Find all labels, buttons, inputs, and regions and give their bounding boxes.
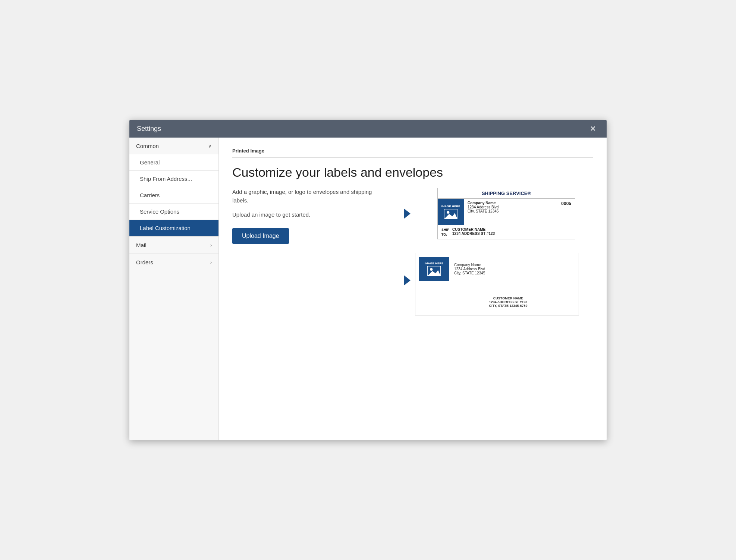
svg-marker-2 [444,213,457,219]
sidebar-group-orders-header[interactable]: Orders › [129,254,218,271]
label-address-line1: 1234 Address Blvd [468,205,498,209]
modal-header: Settings ✕ [129,120,607,138]
envelope-customer-name: CUSTOMER NAME [445,296,571,300]
chevron-right-icon-orders: › [210,259,212,265]
envelope-top: IMAGE HERE [415,253,579,285]
sidebar-item-carriers[interactable]: Carriers [129,187,218,204]
envelope-image-here-text: IMAGE HERE [425,262,444,265]
envelope-address-line1: 1234 Address Blvd [454,267,485,271]
label-city-state: City, STATE 12345 [468,209,498,213]
envelope-address: Company Name 1234 Address Blvd City, STA… [449,260,490,278]
sidebar-group-mail: Mail › [129,237,218,254]
ship-to-label: SHIP TO: [441,227,449,237]
label-image-placeholder: IMAGE HERE [441,205,460,219]
envelope-image-icon [427,266,441,276]
envelope-bottom: CUSTOMER NAME 1234 ADDRESS ST #123 CITY,… [415,285,579,315]
image-placeholder-icon [444,209,457,219]
sidebar-item-ship-from-address[interactable]: Ship From Address... [129,171,218,187]
upload-image-button[interactable]: Upload Image [232,228,289,244]
arrow-right-icon [404,208,411,219]
label-company-name: Company Name [468,201,498,205]
content-layout: Add a graphic, image, or logo to envelop… [232,188,593,337]
sidebar-group-mail-header[interactable]: Mail › [129,237,218,254]
sidebar-group-orders-label: Orders [136,259,153,265]
modal-body: Common ∨ General Ship From Address... Ca… [129,138,607,440]
image-here-label-text: IMAGE HERE [441,205,460,208]
envelope-company-name: Company Name [454,263,485,267]
content-left: Add a graphic, image, or logo to envelop… [232,188,389,244]
svg-marker-5 [427,270,441,276]
svg-point-1 [447,211,449,213]
label-service-name: SHIPPING SERVICE® [438,188,575,199]
envelope-card: IMAGE HERE [415,253,579,315]
ship-to-address: CUSTOMER NAME 1234 ADDRESS ST #123 [452,227,495,237]
section-label: Printed Image [232,148,593,158]
label-id: 0005 [561,201,571,206]
sub-description: Upload an image to get started. [232,211,389,218]
sidebar-item-service-options[interactable]: Service Options [129,204,218,220]
settings-modal: Settings ✕ Common ∨ General Ship From Ad… [129,120,607,440]
label-address-info: Company Name 1234 Address Blvd City, STA… [464,199,575,225]
sidebar-group-orders: Orders › [129,254,218,271]
preview-area: SHIPPING SERVICE® IMAGE HERE [404,188,593,337]
close-button[interactable]: ✕ [587,123,599,134]
sidebar-group-common-header[interactable]: Common ∨ [129,138,218,154]
sidebar-item-label-customization[interactable]: Label Customization [129,220,218,236]
sidebar-group-mail-label: Mail [136,242,147,248]
envelope-image-box: IMAGE HERE [419,257,449,281]
label-body: IMAGE HERE [438,199,575,225]
label-preview: SHIPPING SERVICE® IMAGE HERE [404,188,593,239]
sidebar: Common ∨ General Ship From Address... Ca… [129,138,219,440]
page-title: Customize your labels and envelopes [232,165,593,180]
arrow-right-envelope-icon [404,275,411,286]
sidebar-group-common-label: Common [136,143,159,149]
modal-title: Settings [137,125,161,133]
envelope-customer-city: CITY, STATE 12345-6789 [445,304,571,308]
main-content: Printed Image Customize your labels and … [219,138,607,440]
label-image-box: IMAGE HERE [438,199,464,225]
envelope-city-state: City, STATE 12345 [454,271,485,275]
chevron-right-icon: › [210,242,212,248]
svg-point-4 [430,268,433,271]
sidebar-item-general[interactable]: General [129,154,218,171]
description-text: Add a graphic, image, or logo to envelop… [232,188,389,205]
sidebar-group-common: Common ∨ General Ship From Address... Ca… [129,138,218,237]
envelope-customer-address: 1234 ADDRESS ST #123 [445,300,571,304]
label-ship-to: SHIP TO: CUSTOMER NAME 1234 ADDRESS ST #… [438,225,575,239]
envelope-preview: IMAGE HERE [404,245,593,315]
chevron-down-icon: ∨ [208,143,212,149]
envelope-image-placeholder: IMAGE HERE [425,262,444,276]
shipping-label-card: SHIPPING SERVICE® IMAGE HERE [437,188,575,239]
